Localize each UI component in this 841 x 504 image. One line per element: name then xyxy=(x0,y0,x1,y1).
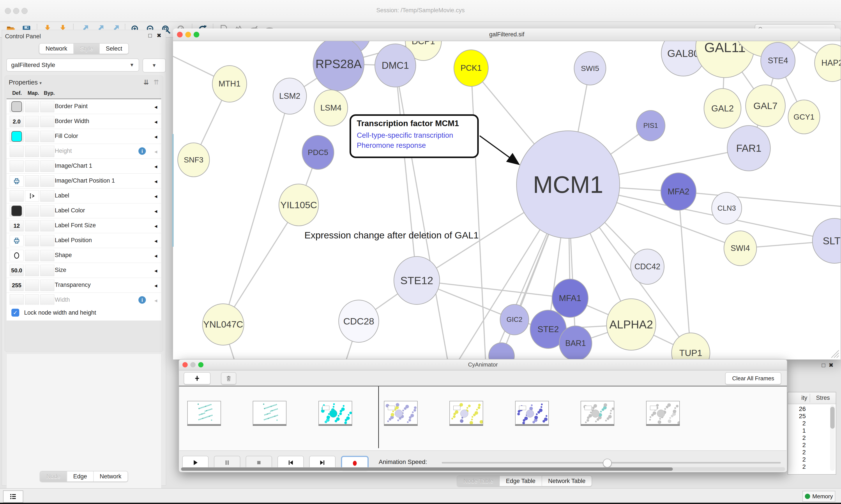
default-value-cell[interactable] xyxy=(10,190,24,202)
mapping-cell[interactable] xyxy=(25,250,39,261)
annotation-link[interactable]: Cell-type-specific transcription xyxy=(357,130,471,140)
node-ALPHA2[interactable]: ALPHA2 xyxy=(606,299,656,350)
default-value-cell[interactable] xyxy=(10,235,24,246)
default-value-cell[interactable] xyxy=(10,175,24,187)
close-panel-icon[interactable]: ✖ xyxy=(157,32,161,39)
expand-row-icon[interactable]: ◂ xyxy=(155,193,157,200)
node-YIL105C[interactable]: YIL105C xyxy=(279,184,319,226)
table-cell[interactable]: 2 xyxy=(788,420,806,427)
mapping-cell[interactable] xyxy=(25,116,39,127)
table-vertical-scrollbar[interactable] xyxy=(830,405,835,471)
mapping-cell[interactable] xyxy=(25,280,39,291)
node-RPS28A[interactable]: RPS28A xyxy=(313,41,364,91)
expand-row-icon[interactable]: ◂ xyxy=(155,267,157,274)
properties-header[interactable]: Properties ▾ xyxy=(9,79,42,86)
node-purpleb[interactable] xyxy=(488,342,515,360)
property-row-label-color[interactable]: Label Color◂ xyxy=(6,203,161,218)
add-frame-button[interactable] xyxy=(184,372,211,384)
default-value-cell[interactable]: 50.0 xyxy=(10,265,24,276)
node-CLN3[interactable]: CLN3 xyxy=(711,192,742,224)
node-SNF3[interactable]: SNF3 xyxy=(177,143,210,177)
expand-row-icon[interactable]: ◂ xyxy=(155,178,157,185)
table-cell[interactable]: 2 xyxy=(788,463,806,470)
property-row-shape[interactable]: Shape◂ xyxy=(6,248,161,263)
bypass-cell[interactable] xyxy=(40,280,54,291)
property-row-fill-color[interactable]: Fill Color◂ xyxy=(6,129,161,144)
node-CDC28[interactable]: CDC28 xyxy=(338,300,379,343)
property-row-image-chart-1[interactable]: Image/Chart 1◂ xyxy=(6,159,161,174)
node-DMC1[interactable]: DMC1 xyxy=(375,43,416,87)
tab-edge-table[interactable]: Edge Table xyxy=(499,476,542,486)
node-YNL047C[interactable]: YNL047C xyxy=(202,303,244,345)
bypass-cell[interactable] xyxy=(40,161,54,172)
node-PDC5[interactable]: PDC5 xyxy=(302,135,334,170)
float-table-panel-icon[interactable]: □ ✖ xyxy=(822,362,834,369)
tab-network-table[interactable]: Network Table xyxy=(542,476,592,486)
property-row-border-paint[interactable]: Border Paint◂ xyxy=(6,99,161,114)
expand-row-icon[interactable]: ◂ xyxy=(155,297,157,304)
delete-frame-button[interactable] xyxy=(221,372,236,384)
mapping-cell[interactable] xyxy=(25,131,39,142)
slider-thumb[interactable] xyxy=(603,459,612,467)
property-row-label-font-size[interactable]: 12Label Font Size◂ xyxy=(6,218,161,233)
mapping-cell[interactable] xyxy=(25,235,39,246)
table-column-ity[interactable]: ity xyxy=(788,395,807,401)
bypass-cell[interactable] xyxy=(40,190,54,202)
tab-select[interactable]: Select xyxy=(99,43,128,54)
mapping-cell[interactable] xyxy=(25,265,39,276)
frame-thumbnail-6[interactable] xyxy=(580,401,614,425)
tab-network[interactable]: Network xyxy=(93,471,127,482)
node-BAR1[interactable]: BAR1 xyxy=(559,326,592,360)
property-row-border-width[interactable]: 2.0Border Width◂ xyxy=(6,114,161,129)
table-cell[interactable]: 2 xyxy=(788,449,806,456)
mapping-cell[interactable] xyxy=(25,101,39,112)
tab-network[interactable]: Network xyxy=(39,43,73,54)
clear-all-frames-button[interactable]: Clear All Frames xyxy=(725,372,781,384)
style-selector[interactable]: galFiltered Style ▼ xyxy=(6,58,139,72)
node-STE12[interactable]: STE12 xyxy=(394,256,440,305)
frame-thumbnail-1[interactable] xyxy=(253,401,286,425)
network-canvas[interactable]: DCP1RPS28ADMC1PCK1SWI5GAL80GAL11STE4HAP2… xyxy=(173,41,841,360)
tab-edge[interactable]: Edge xyxy=(67,471,93,482)
info-icon[interactable]: i xyxy=(139,147,146,155)
node-PIS1[interactable]: PIS1 xyxy=(636,110,665,141)
node-GAL7[interactable]: GAL7 xyxy=(745,85,786,127)
node-MTH1[interactable]: MTH1 xyxy=(212,65,247,103)
mapping-cell[interactable] xyxy=(25,175,39,187)
frame-thumbnail-5[interactable] xyxy=(515,401,549,425)
node-HAP2[interactable]: HAP2 xyxy=(814,44,841,82)
bypass-cell[interactable] xyxy=(40,101,54,112)
node-LSM4[interactable]: LSM4 xyxy=(314,90,348,126)
expand-row-icon[interactable]: ◂ xyxy=(155,252,157,259)
bypass-cell[interactable] xyxy=(40,265,54,276)
property-row-label[interactable]: Label◂ xyxy=(6,188,161,203)
property-row-image-chart-position-1[interactable]: Image/Chart Position 1◂ xyxy=(6,174,161,188)
node-GAL2[interactable]: GAL2 xyxy=(704,88,741,128)
node-PCK1[interactable]: PCK1 xyxy=(453,50,489,87)
expand-row-icon[interactable]: ◂ xyxy=(155,148,157,155)
node-MFA1[interactable]: MFA1 xyxy=(552,279,589,318)
table-cell[interactable]: 2 xyxy=(788,434,806,442)
collapse-all-icon[interactable]: ⇊ xyxy=(143,78,149,86)
playhead[interactable] xyxy=(378,386,379,448)
table-cell[interactable]: 26 xyxy=(788,406,806,413)
style-options-button[interactable]: ▼ xyxy=(143,58,166,72)
node-GCY1[interactable]: GCY1 xyxy=(788,100,820,134)
expand-row-icon[interactable]: ◂ xyxy=(155,133,157,140)
default-value-cell[interactable] xyxy=(10,131,24,142)
bypass-cell[interactable] xyxy=(40,131,54,142)
bypass-cell[interactable] xyxy=(40,175,54,187)
mapping-cell[interactable] xyxy=(25,294,39,306)
node-TUP1[interactable]: TUP1 xyxy=(671,332,710,360)
frame-thumbnail-2[interactable] xyxy=(319,401,352,425)
node-STE4[interactable]: STE4 xyxy=(761,42,795,79)
property-row-size[interactable]: 50.0Size◂ xyxy=(6,263,161,278)
network-window-titlebar[interactable]: galFiltered.sif xyxy=(173,29,841,41)
mapping-cell[interactable] xyxy=(25,220,39,231)
table-cell[interactable]: 1 xyxy=(788,427,806,434)
default-value-cell[interactable]: 255 xyxy=(10,280,24,291)
node-MCM1[interactable]: MCM1 xyxy=(516,130,620,239)
bypass-cell[interactable] xyxy=(40,220,54,231)
frames-horizontal-scrollbar[interactable] xyxy=(181,467,785,471)
mapping-cell[interactable] xyxy=(25,146,39,157)
